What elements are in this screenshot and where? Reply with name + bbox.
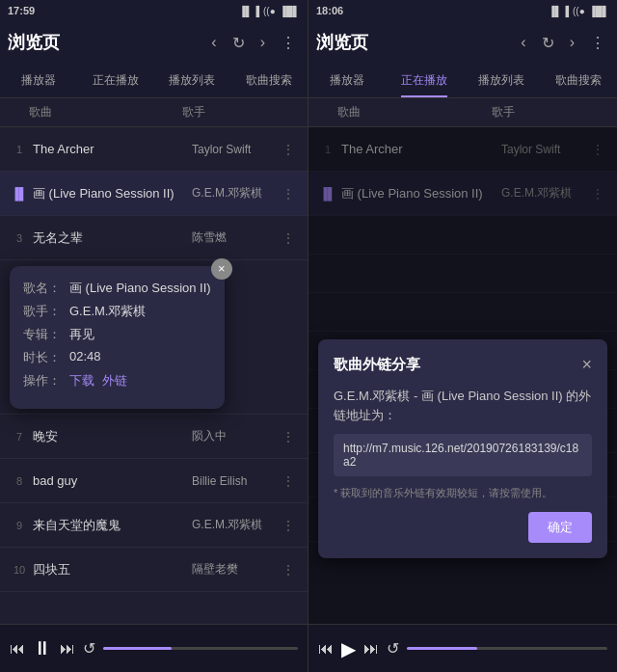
left-popup-song-value: 画 (Live Piano Session II) <box>69 280 211 297</box>
left-table-header: 歌曲 歌手 <box>0 98 308 127</box>
right-dialog-close-button[interactable]: × <box>581 355 592 375</box>
left-progress-fill <box>103 647 172 650</box>
left-loop-button[interactable]: ↺ <box>83 639 95 658</box>
left-back-button[interactable]: ‹ <box>207 30 220 55</box>
right-dialog-url[interactable]: http://m7.music.126.net/20190726183139/c… <box>334 434 592 476</box>
left-popup-song-row: 歌名： 画 (Live Piano Session II) <box>23 280 211 297</box>
left-song-row-4[interactable]: × 歌名： 画 (Live Piano Session II) 歌手： G.E.… <box>0 260 308 415</box>
left-signal-icon: ▐▌▐ <box>239 6 259 16</box>
right-play-pause-button[interactable]: ▶ <box>341 637 356 660</box>
left-time: 17:59 <box>8 5 35 16</box>
left-play-pause-button[interactable]: ⏸ <box>33 637 52 659</box>
left-song-row-1[interactable]: 1 The Archer Taylor Swift ⋮ <box>0 127 308 172</box>
left-song-name-8: bad guy <box>29 473 192 488</box>
left-song-more-3[interactable]: ⋮ <box>279 230 298 246</box>
left-song-artist-7: 陨入中 <box>192 428 279 444</box>
left-col-num-header <box>10 104 29 121</box>
right-tab-playlist[interactable]: 播放列表 <box>463 64 540 97</box>
left-wifi-icon: ((● <box>263 6 276 16</box>
left-battery-icon: ▐█▌ <box>280 6 300 16</box>
right-progress-fill <box>407 647 477 650</box>
right-share-dialog: 歌曲外链分享 × G.E.M.邓紫棋 - 画 (Live Piano Sessi… <box>318 339 607 558</box>
left-panel: 17:59 ▐▌▐ ((● ▐█▌ 浏览页 ‹ ↻ › ⋮ 播放器 正在播放 播… <box>0 0 308 672</box>
left-col-song-header: 歌曲 <box>29 104 182 121</box>
left-song-name-3: 无名之辈 <box>29 229 192 247</box>
right-dialog-description: G.E.M.邓紫棋 - 画 (Live Piano Session II) 的外… <box>334 387 592 424</box>
left-song-artist-9: G.E.M.邓紫棋 <box>192 517 279 533</box>
right-table-header: 歌曲 歌手 <box>308 98 617 127</box>
right-header: 浏览页 ‹ ↻ › ⋮ <box>308 21 617 64</box>
right-col-action-header <box>588 104 607 121</box>
left-song-artist-2: G.E.M.邓紫棋 <box>192 185 279 202</box>
left-popup-duration-label: 时长： <box>23 349 69 366</box>
left-song-row-3[interactable]: 3 无名之辈 陈雪燃 ⋮ <box>0 216 308 260</box>
right-next-button[interactable]: ⏭ <box>363 640 379 658</box>
right-tab-playing[interactable]: 正在播放 <box>386 64 463 97</box>
right-dialog-title: 歌曲外链分享 <box>334 356 420 374</box>
left-song-more-10[interactable]: ⋮ <box>279 562 298 578</box>
left-popup-song-label: 歌名： <box>23 280 69 297</box>
left-tab-playing[interactable]: 正在播放 <box>77 64 154 97</box>
left-song-more-8[interactable]: ⋮ <box>279 473 298 489</box>
right-dialog-hint: * 获取到的音乐外链有效期较短，请按需使用。 <box>334 486 592 500</box>
left-song-artist-3: 陈雪燃 <box>192 229 279 246</box>
right-wifi-icon: ((● <box>573 6 585 16</box>
left-song-more-9[interactable]: ⋮ <box>279 518 298 533</box>
left-song-artist-1: Taylor Swift <box>192 143 279 156</box>
left-tab-playlist[interactable]: 播放列表 <box>154 64 231 97</box>
left-header: 浏览页 ‹ ↻ › ⋮ <box>0 21 308 64</box>
left-song-more-1[interactable]: ⋮ <box>279 142 298 157</box>
left-song-row-10[interactable]: 10 四块五 隔壁老樊 ⋮ <box>0 548 308 592</box>
left-status-icons: ▐▌▐ ((● ▐█▌ <box>239 6 300 16</box>
left-more-button[interactable]: ⋮ <box>277 30 300 56</box>
right-col-artist-header: 歌手 <box>492 104 588 121</box>
left-song-name-9: 来自天堂的魔鬼 <box>29 517 192 534</box>
left-song-row-8[interactable]: 8 bad guy Billie Eilish ⋮ <box>0 459 308 503</box>
left-tab-search[interactable]: 歌曲搜索 <box>230 64 308 97</box>
right-dialog-confirm-button[interactable]: 确定 <box>528 512 592 543</box>
left-player-bar: ⏮ ⏸ ⏭ ↺ <box>0 624 308 672</box>
right-refresh-button[interactable]: ↻ <box>538 30 558 56</box>
left-song-row-9[interactable]: 9 来自天堂的魔鬼 G.E.M.邓紫棋 ⋮ <box>0 503 308 548</box>
right-player-bar: ⏮ ▶ ⏭ ↺ <box>308 624 617 672</box>
left-row-playing-icon: ▐▌ <box>10 187 29 201</box>
right-back-button[interactable]: ‹ <box>517 30 529 55</box>
left-song-more-2[interactable]: ⋮ <box>279 186 298 202</box>
right-status-icons: ▐▌▐ ((● ▐█▌ <box>549 6 609 16</box>
left-nav-tabs: 播放器 正在播放 播放列表 歌曲搜索 <box>0 64 308 98</box>
left-song-row-7[interactable]: 7 晚安 陨入中 ⋮ <box>0 415 308 459</box>
right-nav-tabs: 播放器 正在播放 播放列表 歌曲搜索 <box>308 64 617 98</box>
right-forward-button[interactable]: › <box>566 30 578 55</box>
left-song-more-7[interactable]: ⋮ <box>279 429 298 444</box>
left-popup-duration-value: 02:48 <box>69 349 101 366</box>
left-prev-button[interactable]: ⏮ <box>10 640 25 658</box>
left-popup-close-button[interactable]: × <box>211 258 232 280</box>
left-popup-artist-label: 歌手： <box>23 303 69 320</box>
left-col-action-header <box>279 104 298 121</box>
right-tab-player[interactable]: 播放器 <box>308 64 386 97</box>
left-row-num-1: 1 <box>10 144 29 155</box>
right-song-list: 1 The Archer Taylor Swift ⋮ ▐▌ 画 (Live P… <box>308 127 617 624</box>
right-prev-button[interactable]: ⏮ <box>318 640 334 658</box>
left-song-name-7: 晚安 <box>29 428 192 445</box>
left-song-artist-10: 隔壁老樊 <box>192 561 279 578</box>
left-refresh-button[interactable]: ↻ <box>228 30 249 56</box>
right-dialog-footer: 确定 <box>334 512 592 543</box>
left-popup-artist-row: 歌手： G.E.M.邓紫棋 <box>23 303 211 320</box>
right-dialog-header: 歌曲外链分享 × <box>334 355 592 375</box>
left-progress-bar[interactable] <box>103 647 298 650</box>
right-tab-search[interactable]: 歌曲搜索 <box>540 64 617 97</box>
right-time: 18:06 <box>316 5 343 16</box>
right-status-bar: 18:06 ▐▌▐ ((● ▐█▌ <box>308 0 617 21</box>
right-more-button[interactable]: ⋮ <box>586 30 609 56</box>
right-progress-bar[interactable] <box>407 647 607 650</box>
left-popup-external-link[interactable]: 外链 <box>102 372 127 390</box>
left-popup-download-link[interactable]: 下载 <box>69 372 94 390</box>
left-song-row-2[interactable]: ▐▌ 画 (Live Piano Session II) G.E.M.邓紫棋 ⋮ <box>0 172 308 216</box>
right-loop-button[interactable]: ↺ <box>387 639 399 658</box>
left-header-title: 浏览页 <box>8 31 207 54</box>
left-forward-button[interactable]: › <box>256 30 269 55</box>
left-row-num-3: 3 <box>10 232 29 244</box>
left-tab-player[interactable]: 播放器 <box>0 64 77 97</box>
left-next-button[interactable]: ⏭ <box>60 640 75 658</box>
